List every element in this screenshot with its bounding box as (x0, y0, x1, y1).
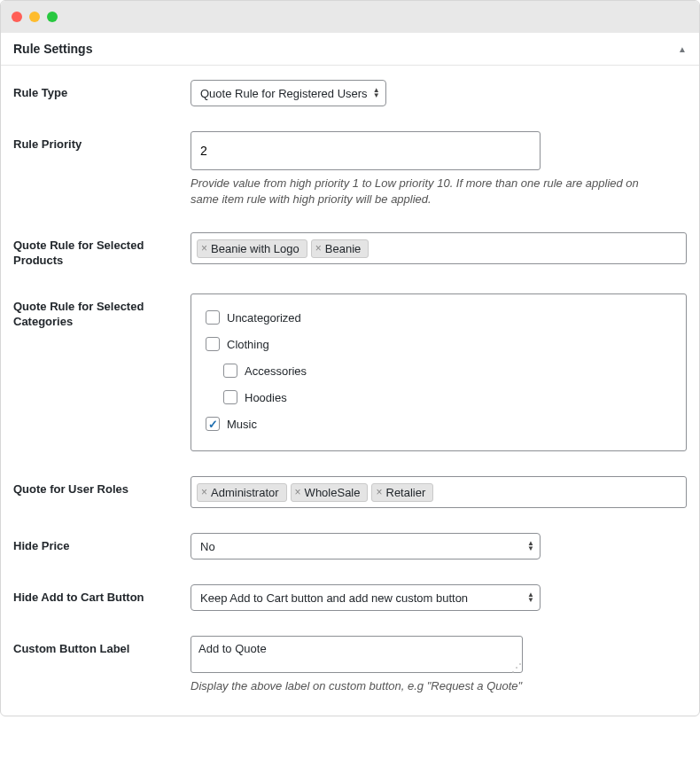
window-titlebar (1, 1, 699, 33)
hide-price-select[interactable]: No ▲▼ (191, 533, 541, 559)
category-label: Clothing (227, 338, 269, 351)
panel-body: Rule Type Quote Rule for Registered User… (1, 66, 699, 716)
rule-priority-label: Rule Priority (13, 131, 191, 153)
window-content: Rule Settings ▲ Rule Type Quote Rule for… (1, 33, 699, 716)
tag-label: Retalier (386, 486, 426, 499)
chevron-updown-icon: ▲▼ (527, 541, 534, 552)
category-label: Music (227, 418, 257, 431)
tag-label: Beanie with Logo (211, 242, 299, 255)
tag-label: WholeSale (305, 486, 361, 499)
rule-priority-row: Rule Priority Provide value from high pr… (13, 131, 687, 207)
selected-categories-label: Quote Rule for Selected Categories (13, 293, 191, 330)
user-roles-control: ×Administrator×WholeSale×Retalier (191, 476, 687, 508)
role-tag: ×WholeSale (291, 483, 369, 502)
selected-products-control: ×Beanie with Logo×Beanie (191, 232, 687, 264)
hide-add-to-cart-value: Keep Add to Cart button and add new cust… (200, 591, 468, 605)
category-item: Clothing (206, 337, 672, 351)
category-checkbox[interactable] (206, 310, 220, 325)
category-label: Hoodies (245, 391, 287, 404)
hide-add-to-cart-label: Hide Add to Cart Button (13, 584, 191, 606)
rule-type-row: Rule Type Quote Rule for Registered User… (13, 80, 687, 106)
minimize-window-button[interactable] (29, 12, 40, 22)
role-tag: ×Retalier (371, 483, 433, 502)
category-checkbox[interactable] (223, 364, 237, 378)
remove-tag-icon[interactable]: × (315, 243, 322, 254)
custom-button-label-control: Add to Quote ⋰ Display the above label o… (191, 636, 687, 694)
category-item: Hoodies (223, 390, 672, 404)
rule-priority-control: Provide value from high priority 1 to Lo… (191, 131, 687, 207)
hide-add-to-cart-row: Hide Add to Cart Button Keep Add to Cart… (13, 584, 687, 611)
tag-label: Beanie (325, 242, 361, 255)
custom-button-label-textarea[interactable]: Add to Quote ⋰ (191, 636, 523, 673)
rule-priority-help: Provide value from high priority 1 to Lo… (191, 176, 660, 207)
user-roles-label: Quote for User Roles (13, 476, 191, 497)
panel-title: Rule Settings (13, 42, 92, 56)
hide-price-row: Hide Price No ▲▼ (13, 533, 687, 559)
panel-collapse-icon[interactable]: ▲ (678, 44, 687, 54)
user-roles-row: Quote for User Roles ×Administrator×Whol… (13, 476, 687, 508)
remove-tag-icon[interactable]: × (201, 243, 207, 254)
categories-box: UncategorizedClothingAccessoriesHoodiesM… (191, 293, 687, 451)
product-tag: ×Beanie (311, 239, 369, 258)
tag-label: Administrator (211, 486, 279, 499)
rule-type-select[interactable]: Quote Rule for Registered Users ▲▼ (191, 80, 386, 106)
category-checkbox[interactable] (206, 417, 220, 431)
category-item: Accessories (223, 364, 672, 378)
remove-tag-icon[interactable]: × (376, 487, 382, 497)
user-roles-tagbox[interactable]: ×Administrator×WholeSale×Retalier (191, 476, 687, 508)
category-item: Uncategorized (206, 310, 672, 325)
product-tag: ×Beanie with Logo (197, 239, 307, 258)
remove-tag-icon[interactable]: × (295, 487, 301, 497)
rule-type-label: Rule Type (13, 80, 191, 101)
hide-add-to-cart-control: Keep Add to Cart button and add new cust… (191, 584, 687, 611)
rule-type-control: Quote Rule for Registered Users ▲▼ (191, 80, 687, 106)
resize-handle-icon[interactable]: ⋰ (511, 661, 520, 670)
category-label: Accessories (245, 364, 307, 378)
hide-price-label: Hide Price (13, 533, 191, 554)
category-checkbox[interactable] (223, 390, 237, 404)
selected-categories-row: Quote Rule for Selected Categories Uncat… (13, 293, 687, 451)
category-item: Music (206, 417, 672, 431)
custom-button-label-label: Custom Button Label (13, 636, 191, 657)
settings-window: Rule Settings ▲ Rule Type Quote Rule for… (0, 0, 700, 716)
custom-button-label-value: Add to Quote (198, 642, 267, 655)
close-window-button[interactable] (12, 12, 22, 22)
role-tag: ×Administrator (197, 483, 287, 502)
hide-price-value: No (200, 540, 215, 553)
maximize-window-button[interactable] (47, 12, 58, 22)
rule-priority-input[interactable] (191, 131, 541, 170)
hide-add-to-cart-select[interactable]: Keep Add to Cart button and add new cust… (191, 584, 541, 611)
custom-button-label-row: Custom Button Label Add to Quote ⋰ Displ… (13, 636, 687, 694)
remove-tag-icon[interactable]: × (201, 487, 207, 497)
panel-header[interactable]: Rule Settings ▲ (1, 33, 699, 66)
selected-products-row: Quote Rule for Selected Products ×Beanie… (13, 232, 687, 269)
chevron-updown-icon: ▲▼ (373, 88, 380, 98)
category-checkbox[interactable] (206, 337, 220, 351)
category-label: Uncategorized (227, 311, 301, 325)
selected-products-tagbox[interactable]: ×Beanie with Logo×Beanie (191, 232, 687, 264)
custom-button-label-help: Display the above label on custom button… (191, 678, 660, 694)
rule-type-value: Quote Rule for Registered Users (200, 87, 368, 100)
selected-categories-control: UncategorizedClothingAccessoriesHoodiesM… (191, 293, 687, 451)
chevron-updown-icon: ▲▼ (527, 592, 534, 603)
hide-price-control: No ▲▼ (191, 533, 687, 559)
selected-products-label: Quote Rule for Selected Products (13, 232, 191, 269)
